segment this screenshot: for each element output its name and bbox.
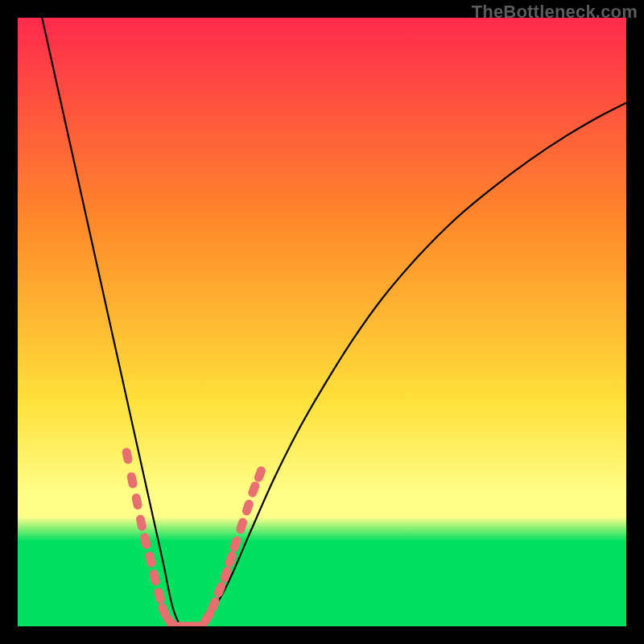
watermark-label: TheBottleneck.com xyxy=(472,2,638,23)
outer-frame: TheBottleneck.com xyxy=(0,0,644,644)
bottleneck-chart xyxy=(18,18,626,626)
